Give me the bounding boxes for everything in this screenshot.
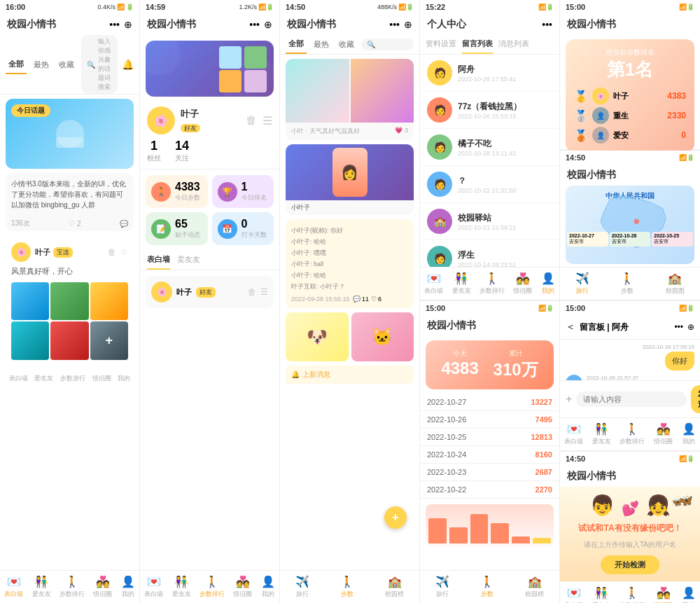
- nav-steps-2[interactable]: 🚶步数排行: [200, 575, 225, 599]
- nav-mine-1[interactable]: 👤 我的: [121, 575, 135, 599]
- nav-couple-2[interactable]: 💑情侣圈: [233, 575, 252, 599]
- feed-scroll-3[interactable]: 小叶 · 天气真好气温真好 💗 3 👩 小叶子 小叶子(昵称): 你好 小叶子:…: [280, 55, 419, 542]
- settings-icon-1[interactable]: ⊕: [124, 19, 132, 30]
- settings-icon-chat[interactable]: ⊕: [687, 322, 694, 332]
- nav-couple-4[interactable]: 💑情侣圈: [513, 272, 532, 296]
- today-topic-card[interactable]: 今日话题: [6, 99, 134, 169]
- nav-steps-3[interactable]: 🚶步数: [340, 575, 354, 599]
- settings-icon-3[interactable]: ⊕: [404, 19, 412, 30]
- feed-scroll-1[interactable]: 今日话题 小情书3.0版本来啦，全新的UI，优化了更分功能，希望你喜欢，有问题可…: [0, 95, 139, 570]
- msg-item-station[interactable]: 🏫 校园驿站 2022-10-21 21:59:21: [420, 203, 559, 240]
- nav-travel-5[interactable]: ✈️旅行: [435, 575, 449, 599]
- tab-notifications[interactable]: 消息列表: [498, 35, 529, 54]
- photo-grid-post[interactable]: 小叶 · 天气真好气温真好 💗 3: [286, 59, 414, 140]
- nav-friends-2[interactable]: 👫爱友友: [172, 575, 191, 599]
- tab-hot-1[interactable]: 最热: [31, 56, 52, 74]
- notification-icon-1[interactable]: 🔔: [122, 59, 134, 70]
- star-icon[interactable]: ☆: [120, 247, 128, 257]
- tab-profile-set[interactable]: 资料设置: [426, 35, 456, 54]
- nav-mine-4[interactable]: 👤我的: [541, 272, 555, 296]
- more-icon-4[interactable]: •••: [542, 19, 552, 30]
- nav-rank-7[interactable]: 🏫校园图: [666, 272, 685, 296]
- girl-post[interactable]: 👩 小叶子: [286, 144, 414, 215]
- nav-b-8[interactable]: 💌表白墙: [564, 422, 583, 446]
- back-icon-chat[interactable]: ＜: [566, 321, 575, 333]
- start-detect-btn[interactable]: 开始检测: [601, 555, 659, 574]
- nav-f-9[interactable]: 👫爱友友: [592, 586, 611, 603]
- menu-icon-3[interactable]: ☰: [260, 287, 268, 297]
- more-icon-chat[interactable]: •••: [674, 322, 683, 332]
- nav-s-9[interactable]: 🚶步数排行: [620, 586, 645, 603]
- sub-tab-friends[interactable]: 卖友友: [177, 251, 200, 270]
- more-icon-2[interactable]: •••: [249, 19, 260, 30]
- nav-m-8[interactable]: 👤我的: [682, 422, 696, 446]
- nav-friends-1[interactable]: 👫 爱友友: [32, 575, 51, 599]
- search-bar-1[interactable]: 🔍 输入你感兴趣的话题词搜索: [81, 35, 118, 94]
- screen-messages: 15:22 📶🔋 个人中心 ••• 资料设置 留言列表 消息列表 🧑 阿舟 20…: [420, 0, 560, 603]
- heart-icon-1[interactable]: ♡ 2: [69, 220, 80, 228]
- fab-3[interactable]: +: [384, 506, 407, 529]
- send-button[interactable]: 发送: [691, 385, 700, 413]
- msg-item-fusheng[interactable]: 🧑 浮生 2022-10-14 09:23:51: [420, 240, 559, 267]
- img-plus[interactable]: +: [90, 321, 128, 359]
- feed-item-profile[interactable]: 🌸 叶子 宝连 🗑 ☆ 风景真好呀，开心 +: [6, 237, 134, 366]
- more-icon-1[interactable]: •••: [109, 19, 120, 30]
- nav-travel-3[interactable]: ✈️旅行: [295, 575, 309, 599]
- nav-f-8[interactable]: 👫爱友友: [592, 422, 611, 446]
- tab-bar-3: 全部 最热 收藏 🔍: [280, 35, 419, 55]
- msg-item-77z[interactable]: 🧑 77z（看钱拉黑） 2022-10-26 15:53:15: [420, 92, 559, 129]
- msg-item-q[interactable]: 🧑 ？ 2022-10-22 11:31:50: [420, 166, 559, 203]
- nav-c-8[interactable]: 💑情侣圈: [654, 422, 673, 446]
- msg-list-scroll[interactable]: 🧑 阿舟 2022-10-26 17:55:41 🧑 77z（看钱拉黑） 202…: [420, 55, 559, 267]
- tab-hot-3[interactable]: 最热: [311, 36, 332, 53]
- chat-input-field[interactable]: [576, 391, 687, 407]
- steps-history-scroll[interactable]: 2022-10-27 13227 2022-10-26 7495 2022-10…: [420, 394, 559, 570]
- menu-icon-2[interactable]: ☰: [262, 114, 272, 127]
- nav-biaobai-1[interactable]: 💌 表白墙: [4, 575, 23, 599]
- chat-preview-block[interactable]: 小叶子(昵称): 你好 小叶子: 哈哈 小叶子: 嘿嘿 小叶子: hall 小叶…: [286, 219, 414, 308]
- nav-steps-1[interactable]: 🚶 步数排行: [59, 575, 85, 599]
- tab-all-1[interactable]: 全部: [6, 55, 27, 74]
- nav-rank-5[interactable]: 🏫校园榜: [525, 575, 544, 599]
- profile-feed-item[interactable]: 🌸 叶子 好友 🗑 ☰: [146, 276, 274, 308]
- comment-icon-1[interactable]: 💬: [120, 220, 128, 228]
- more-icon-3[interactable]: •••: [389, 19, 400, 30]
- nav-b-9[interactable]: 💌表白墙: [564, 586, 583, 603]
- msg-content-fusheng: 浮生 2022-10-14 09:23:51: [458, 249, 552, 268]
- add-icon-chat[interactable]: +: [566, 393, 572, 406]
- msg-item-azou[interactable]: 🧑 阿舟 2022-10-26 17:55:41: [420, 55, 559, 92]
- search-bar-3[interactable]: 🔍: [361, 39, 414, 50]
- nav-m-9[interactable]: 👤我的: [682, 586, 696, 603]
- delete-icon-2[interactable]: 🗑: [246, 114, 257, 127]
- nav-mine-2[interactable]: 👤我的: [261, 575, 275, 599]
- nav-rank-3[interactable]: 🏫校园榜: [385, 575, 404, 599]
- fab-container-3: +: [280, 542, 419, 570]
- tab-messages-list[interactable]: 留言列表: [462, 35, 493, 54]
- nav-travel-7[interactable]: ✈️旅行: [575, 272, 589, 296]
- nav-steps-7[interactable]: 🚶步数: [620, 272, 634, 296]
- settings-icon-2[interactable]: ⊕: [264, 19, 272, 30]
- nav-c-9[interactable]: 💑情侣圈: [654, 586, 673, 603]
- nav-s-8[interactable]: 🚶步数排行: [620, 422, 645, 446]
- nav-steps-5[interactable]: 🚶步数: [480, 575, 494, 599]
- nav-biaobai-2[interactable]: 💌表白墙: [144, 575, 163, 599]
- stat-dynamic-value: 65: [175, 218, 200, 230]
- msg-item-juzi[interactable]: 🧑 橘子不吃 2022-10-28 13:11:42: [420, 129, 559, 166]
- nav-friends-4[interactable]: 👫爱友友: [452, 272, 471, 296]
- nav-mine-icon-1: 👤: [121, 575, 135, 588]
- nav-couple-1[interactable]: 💑 情侣圈: [93, 575, 112, 599]
- notification-bar[interactable]: 🔔 上新消息: [286, 366, 414, 384]
- nav-steps-4[interactable]: 🚶步数排行: [479, 272, 505, 296]
- tab-saved-1[interactable]: 收藏: [56, 56, 77, 74]
- tab-all-3[interactable]: 全部: [286, 35, 307, 54]
- nav-steps-icon-1: 🚶: [65, 575, 79, 588]
- sub-tab-biaobai[interactable]: 表白墙: [147, 251, 170, 270]
- delete-icon[interactable]: 🗑: [108, 247, 116, 257]
- tab-saved-3[interactable]: 收藏: [336, 36, 357, 53]
- status-bar-6: 15:00 📶🔋: [560, 0, 700, 14]
- chat-messages-scroll[interactable]: 2022-10-26 17:55:15 你好 2022-10-26 21:57:…: [560, 340, 700, 380]
- delete-icon-3[interactable]: 🗑: [248, 287, 256, 297]
- duo-post[interactable]: 🐶 🐱: [286, 312, 414, 361]
- nav-biaobai-4[interactable]: 💌表白墙: [424, 272, 443, 296]
- feed-item-app-update[interactable]: 小情书3.0版本来啦，全新的UI，优化了更分功能，希望你喜欢，有问题可以加微信 …: [6, 173, 134, 231]
